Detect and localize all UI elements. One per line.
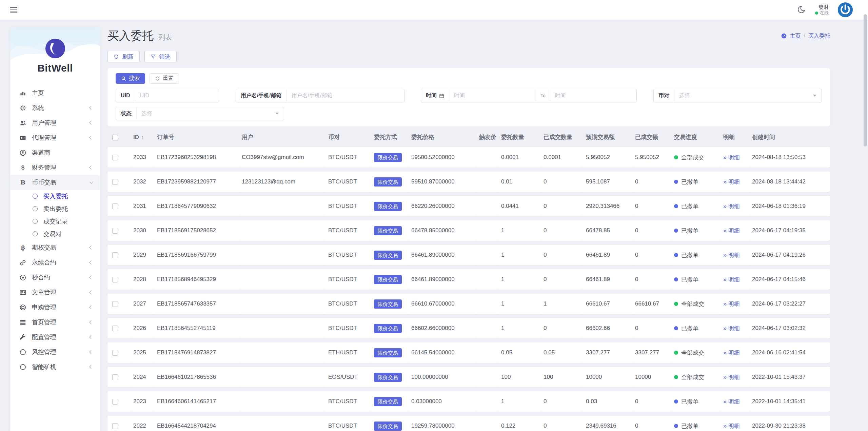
time-from-input[interactable]: [449, 93, 536, 99]
sidebar-subitem-6-1[interactable]: 卖出委托: [10, 202, 100, 215]
created-time: 2024-08-18 13:44:42: [749, 172, 830, 192]
row-checkbox[interactable]: [112, 326, 118, 331]
page-scrollbar[interactable]: [864, 14, 867, 146]
status-badge: 已撤单: [674, 245, 718, 265]
row-checkbox[interactable]: [112, 252, 118, 258]
sidebar-item-6[interactable]: 币币交易: [10, 175, 100, 190]
detail-link[interactable]: »明细: [723, 325, 740, 332]
sidebar-item-2[interactable]: 用户管理: [10, 115, 100, 130]
sidebar-item-label: 风控管理: [32, 348, 90, 356]
sidebar-item-7[interactable]: 期权交易: [10, 240, 100, 255]
status-label: 已撤单: [681, 422, 698, 430]
row-checkbox[interactable]: [112, 203, 118, 209]
sidebar-item-4[interactable]: 渠道商: [10, 145, 100, 160]
brand-logo-icon: [45, 38, 66, 59]
row-checkbox[interactable]: [112, 374, 118, 380]
sidebar-item-12[interactable]: 首页管理: [10, 315, 100, 330]
row-checkbox[interactable]: [112, 277, 118, 282]
row-checkbox[interactable]: [112, 228, 118, 234]
column-header-label: 已成交额: [635, 134, 658, 140]
sidebar-subitem-6-3[interactable]: 交易对: [10, 228, 100, 240]
trigger-price: [476, 367, 498, 387]
row-checkbox[interactable]: [112, 350, 118, 356]
column-header-7: 委托数量: [498, 131, 541, 143]
detail-link[interactable]: »明细: [723, 398, 740, 406]
order-price: 66478.85000000: [409, 220, 476, 241]
status-badge: 已撤单: [674, 172, 718, 192]
username-input[interactable]: [287, 93, 404, 99]
pair-filter[interactable]: 币对 选择: [653, 89, 822, 102]
sidebar-item-11[interactable]: 申购管理: [10, 300, 100, 315]
created-time: 2024-08-18 13:50:53: [749, 147, 830, 168]
order-type-badge: 限价交易: [374, 348, 402, 357]
detail-link[interactable]: »明细: [723, 178, 740, 186]
reset-button[interactable]: 重置: [150, 73, 179, 84]
created-time: 2024-06-18 01:36:19: [749, 196, 830, 216]
sidebar-item-14[interactable]: 风控管理: [10, 345, 100, 359]
trigger-price: [476, 269, 498, 290]
detail-link-label: 明细: [728, 300, 740, 308]
order-number: EB1718568946495329: [154, 269, 239, 290]
sidebar-item-13[interactable]: 配置管理: [10, 330, 100, 345]
status-dot: [674, 180, 678, 184]
brand: BitWell: [10, 38, 100, 74]
sidebar-item-10[interactable]: 文章管理: [10, 285, 100, 300]
sidebar-item-9[interactable]: 秒合约: [10, 270, 100, 285]
table-row: 2033EB1723960253298198CO3997stw@gmail.co…: [107, 147, 830, 168]
avatar[interactable]: [837, 2, 853, 18]
currency-pair: BTC/USDT: [326, 294, 371, 314]
time-to-input[interactable]: [550, 93, 637, 99]
row-checkbox[interactable]: [112, 155, 118, 160]
expected-value: 66602.66: [583, 318, 632, 338]
sidebar-item-0[interactable]: 主页: [10, 85, 100, 100]
row-checkbox[interactable]: [112, 399, 118, 405]
column-header-label: ID: [133, 134, 139, 140]
row-checkbox[interactable]: [112, 301, 118, 307]
status-dot: [674, 302, 678, 306]
sidebar-item-15[interactable]: 智能矿机: [10, 359, 100, 374]
detail-link[interactable]: »明细: [723, 202, 740, 210]
chevron-left-icon: [89, 275, 93, 279]
expected-value: 3307.277: [583, 342, 632, 363]
detail-link[interactable]: »明细: [723, 154, 740, 161]
row-checkbox[interactable]: [112, 423, 118, 429]
order-price: 100.00000000: [409, 367, 476, 387]
sidebar-item-5[interactable]: 财务管理: [10, 160, 100, 175]
breadcrumb-home[interactable]: 主页: [790, 33, 801, 40]
detail-link[interactable]: »明细: [723, 300, 740, 308]
detail-link[interactable]: »明细: [723, 276, 740, 283]
filter-button[interactable]: 筛选: [144, 51, 177, 62]
created-time: 2024-06-17 03:22:27: [749, 294, 830, 314]
uid-input[interactable]: [135, 93, 219, 99]
order-type-badge: 限价交易: [374, 275, 402, 284]
table-row: 2024EB1664610217865536EOS/USDT限价交易100.00…: [107, 367, 830, 387]
detail-cell: »明细: [721, 416, 749, 431]
detail-link[interactable]: »明细: [723, 373, 740, 381]
order-price: 66461.89000000: [409, 269, 476, 290]
sidebar-item-1[interactable]: 系统: [10, 100, 100, 115]
sidebar-subitem-6-0[interactable]: 买入委托: [10, 190, 100, 202]
order-id: 2030: [131, 220, 154, 241]
detail-cell: »明细: [721, 245, 749, 265]
double-arrow-icon: »: [723, 398, 727, 405]
search-button[interactable]: 搜索: [116, 73, 145, 84]
sidebar-item-3[interactable]: 代理管理: [10, 130, 100, 145]
order-type-badge: 限价交易: [374, 251, 402, 260]
status-badge: 已撤单: [674, 196, 718, 216]
hamburger-menu-button[interactable]: [9, 6, 19, 14]
select-all-checkbox[interactable]: [112, 135, 118, 140]
row-checkbox[interactable]: [112, 179, 118, 185]
sidebar-item-8[interactable]: 永续合约: [10, 255, 100, 270]
status-filter[interactable]: 状态 选择: [116, 107, 284, 120]
detail-link[interactable]: »明细: [723, 422, 740, 430]
dark-mode-toggle[interactable]: [797, 5, 806, 14]
chevron-left-icon: [89, 320, 93, 324]
detail-link[interactable]: »明细: [723, 227, 740, 235]
detail-link[interactable]: »明细: [723, 251, 740, 259]
column-header-label: 委托价格: [411, 134, 434, 140]
gear-icon: [19, 104, 26, 112]
detail-link[interactable]: »明细: [723, 349, 740, 357]
sidebar-subitem-6-2[interactable]: 成交记录: [10, 215, 100, 228]
sidebar-subitem-label: 交易对: [43, 230, 62, 238]
refresh-button[interactable]: 刷新: [107, 51, 140, 62]
